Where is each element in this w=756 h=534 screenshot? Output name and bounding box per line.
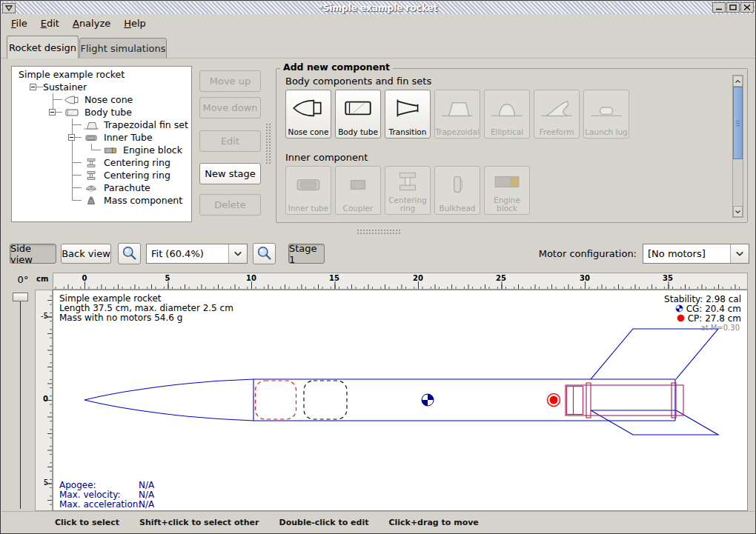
- add-body-tube-button[interactable]: Body tube: [335, 90, 381, 138]
- chevron-down-icon: [233, 250, 242, 257]
- scroll-up-button[interactable]: [733, 76, 743, 87]
- collapse-toggle-icon[interactable]: [49, 109, 56, 116]
- nose-cone-icon: [62, 94, 82, 106]
- tab-divider: [1, 58, 755, 59]
- max-velocity-row: Max. velocity:N/A: [59, 490, 154, 500]
- zoom-level-combobox[interactable]: Fit (60.4%): [146, 244, 248, 264]
- back-view-button[interactable]: Back view: [61, 244, 111, 264]
- add-bulkhead-button: Bulkhead: [434, 166, 480, 215]
- window-menu-icon: [5, 5, 13, 11]
- rocket-outline: [84, 329, 718, 435]
- inner-components-outline: [566, 383, 683, 418]
- menu-edit[interactable]: Edit: [34, 16, 66, 31]
- tab-flight-simulations[interactable]: Flight simulations: [79, 38, 167, 59]
- bulkhead-icon: [440, 172, 474, 197]
- window-menu-button[interactable]: [2, 3, 16, 13]
- edit-button: Edit: [199, 130, 261, 152]
- menu-analyze[interactable]: Analyze: [66, 16, 117, 31]
- launch-lug-icon: [589, 96, 623, 121]
- window-title: *Simple example rocket: [1, 3, 755, 13]
- horizontal-splitter-handle[interactable]: [357, 229, 401, 234]
- parachute-icon: [82, 182, 101, 194]
- engine-block-icon: [490, 169, 524, 194]
- rocket-drawing[interactable]: [53, 290, 748, 511]
- tree-item-engine-block[interactable]: Engine block: [12, 144, 191, 156]
- tree-item-centering-ring-1[interactable]: Centering ring: [12, 156, 191, 169]
- add-freeform-fin-button: Freeform: [534, 90, 580, 138]
- zoom-out-button[interactable]: [253, 243, 276, 264]
- add-elliptical-fin-button: Elliptical: [484, 90, 530, 138]
- component-tree: Simple example rocket Sustainer Nose con…: [11, 66, 192, 222]
- scrollbar-thumb[interactable]: [733, 87, 743, 159]
- horizontal-ruler: 0 5 10 15 20 25 30 35: [53, 273, 748, 290]
- tree-item-parachute[interactable]: Parachute: [12, 181, 191, 194]
- menu-help[interactable]: Help: [117, 16, 153, 31]
- tree-item-trapezoidal-fin-set[interactable]: Trapezoidal fin set: [12, 119, 191, 131]
- magnifier-zoom-out-icon: [256, 246, 272, 261]
- move-down-button: Move down: [199, 97, 261, 119]
- motor-configuration-value: [No motors]: [643, 244, 730, 263]
- maximize-button[interactable]: [726, 2, 740, 13]
- maximize-icon: [729, 4, 737, 10]
- inner-tube-icon: [82, 132, 101, 144]
- add-component-group: Body components and fin sets Nose cone B…: [276, 68, 748, 223]
- tree-item-body-tube[interactable]: Body tube: [12, 106, 191, 119]
- cp-legend-icon: [677, 314, 685, 322]
- cg-marker: [422, 394, 434, 406]
- cg-text: CG: 20.4 cm: [675, 304, 741, 314]
- side-view-button[interactable]: Side view: [10, 244, 56, 264]
- minimize-button[interactable]: [712, 2, 726, 13]
- close-button[interactable]: [740, 2, 754, 13]
- chevron-down-icon: [735, 210, 741, 214]
- apogee-row: Apogee:N/A: [59, 480, 154, 490]
- menu-bar: File Edit Analyze Help: [1, 14, 755, 33]
- rotation-slider-track[interactable]: [20, 293, 21, 509]
- body-tube-icon: [62, 107, 82, 119]
- motor-configuration-label: Motor configuration:: [520, 248, 637, 259]
- collapse-toggle-icon[interactable]: [30, 84, 36, 90]
- mass-component-outline: [304, 381, 347, 419]
- trapezoidal-fin-icon: [440, 96, 474, 121]
- mass-component-icon: [82, 195, 101, 207]
- tree-item-nose-cone[interactable]: Nose cone: [12, 93, 191, 106]
- inner-component-label: Inner component: [285, 152, 368, 163]
- engine-block-icon: [101, 144, 120, 156]
- tree-item-inner-tube[interactable]: Inner Tube: [12, 131, 191, 144]
- tree-item-centering-ring-2[interactable]: Centering ring: [12, 169, 191, 181]
- rocket-view-canvas[interactable]: Simple example rocket Length 37.5 cm, ma…: [53, 290, 748, 511]
- magnifier-zoom-in-icon: [122, 246, 137, 261]
- body-tube-icon: [341, 96, 375, 121]
- inner-tube-icon: [291, 172, 325, 197]
- collapse-toggle-icon[interactable]: [68, 134, 75, 141]
- cg-legend-icon: [675, 304, 683, 313]
- component-scrollbar[interactable]: [732, 75, 743, 218]
- zoom-in-button[interactable]: [118, 243, 141, 264]
- scroll-down-button[interactable]: [733, 206, 743, 217]
- motor-configuration-combobox[interactable]: [No motors]: [643, 244, 749, 264]
- tab-rocket-design[interactable]: Rocket design: [7, 36, 79, 59]
- transition-icon: [391, 96, 425, 121]
- menu-file[interactable]: File: [4, 16, 34, 31]
- centering-ring-icon: [82, 170, 101, 181]
- hint-click-drag: Click+drag to move: [388, 518, 478, 527]
- tree-item-rocket[interactable]: Simple example rocket: [12, 68, 191, 81]
- stage-1-toggle[interactable]: Stage 1: [288, 244, 325, 264]
- hint-click-to-select: Click to select: [55, 518, 119, 527]
- vertical-splitter-handle[interactable]: [265, 123, 271, 164]
- nose-cone-icon: [291, 96, 325, 121]
- add-nose-cone-button[interactable]: Nose cone: [285, 90, 331, 138]
- title-bar: *Simple example rocket: [1, 1, 755, 15]
- cp-text: CP: 27.8 cm: [677, 313, 741, 324]
- tree-item-sustainer[interactable]: Sustainer: [12, 81, 191, 93]
- tree-item-mass-component[interactable]: Mass component: [12, 194, 191, 207]
- new-stage-button[interactable]: New stage: [199, 163, 261, 184]
- rocket-mass-text: Mass with no motors 54.6 g: [59, 313, 182, 324]
- rotation-slider-handle[interactable]: [13, 293, 28, 301]
- add-transition-button[interactable]: Transition: [385, 90, 431, 138]
- chevron-up-icon: [735, 79, 741, 84]
- hint-shift-click: Shift+click to select other: [139, 518, 259, 527]
- add-launch-lug-button: Launch lug: [583, 90, 629, 138]
- trapezoidal-fin-icon: [82, 119, 101, 131]
- chevron-down-icon: [735, 250, 744, 257]
- coupler-icon: [341, 172, 375, 197]
